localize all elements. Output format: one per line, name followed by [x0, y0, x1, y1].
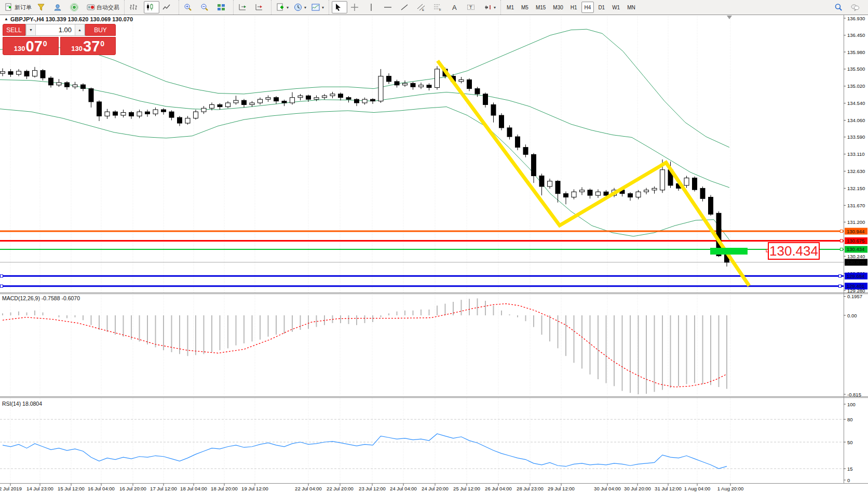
candle-body	[194, 112, 198, 118]
toolbar-button-zoom-out[interactable]	[198, 1, 214, 14]
timeframe-button-M15[interactable]: M15	[533, 2, 549, 13]
chart-canvas[interactable]: 130.434MACD(12,26,9) -0.7588 -0.6070RSI(…	[0, 0, 868, 493]
candle-body	[355, 99, 359, 103]
toolbar-button-channel[interactable]: E	[415, 1, 430, 14]
dropdown-caret-icon[interactable]: ▾	[287, 5, 289, 10]
sell-price-button[interactable]: 130 07 0	[3, 37, 59, 55]
toolbar-group-objects: ▾▾▾	[271, 0, 329, 15]
timeframe-button-H4[interactable]: H4	[581, 2, 594, 13]
toolbar-button-text[interactable]: A	[448, 1, 464, 14]
buy-button[interactable]: BUY	[85, 24, 116, 36]
dropdown-caret-icon[interactable]: ▾	[304, 5, 306, 10]
timeframe-button-MN[interactable]: MN	[624, 2, 639, 13]
time-tick: 31 Jul 12:00	[655, 486, 682, 491]
toolbar-button-vline[interactable]	[365, 1, 381, 14]
timeframe-button-M1[interactable]: M1	[504, 2, 517, 13]
time-tick: 16 Jul 04:00	[88, 486, 115, 491]
volume-down-icon[interactable]: ▼	[26, 24, 36, 35]
toolbar-button-crosshair[interactable]	[348, 1, 364, 14]
line-handle[interactable]	[1, 285, 3, 287]
volume-stepper: ▼ 1.00 ▲	[25, 24, 85, 36]
dropdown-caret-icon[interactable]: ▾	[322, 5, 324, 10]
candle-body	[491, 104, 496, 115]
buy-price-button[interactable]: 130 37 0	[60, 37, 116, 55]
time-axis[interactable]: 2 Jul 201914 Jul 23:0015 Jul 12:0016 Jul…	[0, 484, 743, 491]
toolbar-button-autotrade[interactable]: 自动交易	[85, 1, 121, 14]
toolbar-button-line-chart[interactable]	[160, 1, 176, 14]
toolbar-button-candles[interactable]	[144, 1, 159, 14]
timeframe-button-M5[interactable]: M5	[518, 2, 532, 13]
timeframe-button-D1[interactable]: D1	[595, 2, 608, 13]
line-handle[interactable]	[840, 248, 843, 250]
time-tick: 15 Jul 12:00	[58, 486, 85, 491]
candle-body	[660, 170, 665, 190]
one-click-trade-panel: SELL ▼ 1.00 ▲ BUY 130 07 0 130 37 0	[3, 24, 116, 55]
toolbar-button-trendline[interactable]	[398, 1, 414, 14]
price-tag-text: 130.434	[847, 246, 864, 252]
candle-body	[604, 192, 608, 195]
toolbar-button-template[interactable]: ▾	[274, 1, 291, 14]
toolbar-button-tile-windows[interactable]	[215, 1, 230, 14]
candle-body	[700, 188, 705, 198]
price-tick: 133.590	[847, 134, 865, 140]
price-axis[interactable]: 136.930136.450135.980135.500135.020134.5…	[844, 16, 867, 483]
toolbar-button-profile[interactable]	[51, 1, 67, 14]
volume-up-icon[interactable]: ▲	[75, 24, 85, 35]
collapse-marker-icon[interactable]: ▲	[4, 17, 8, 21]
price-callout-text: 130.434	[769, 243, 818, 259]
toolbar-button-period[interactable]: ▾	[292, 1, 308, 14]
price-tick: 134.540	[847, 100, 865, 106]
toolbar-group-timeframes: M1M5M15M30H1H4D1W1MN	[500, 0, 641, 15]
timeframe-button-M30[interactable]: M30	[550, 2, 566, 13]
price-tick: 135.500	[847, 66, 865, 72]
line-handle[interactable]	[1, 275, 3, 277]
line-handle[interactable]	[839, 275, 842, 277]
toolbar-button-zoom-in[interactable]	[182, 1, 197, 14]
candle-body	[105, 112, 110, 116]
buy-price-big: 37	[83, 39, 100, 54]
candle-body	[8, 72, 13, 74]
line-chart-icon	[162, 3, 171, 11]
chart-shift-marker-icon[interactable]	[727, 16, 732, 19]
line-handle[interactable]	[840, 230, 843, 233]
toolbar-button-indicators[interactable]: ▾	[309, 1, 326, 14]
time-tick: 1 Aug 04:00	[684, 486, 711, 491]
toolbar-button-scroll-end[interactable]	[236, 1, 252, 14]
volume-input[interactable]: 1.00	[36, 24, 75, 35]
toolbar-button-search[interactable]	[832, 1, 848, 14]
line-handle[interactable]	[840, 239, 843, 242]
candle-body	[467, 79, 472, 88]
candle-body	[435, 69, 440, 88]
toolbar-button-signal[interactable]	[68, 1, 84, 14]
toolbar-button-hline[interactable]	[382, 1, 397, 14]
toolbar-button-bars[interactable]	[127, 1, 143, 14]
bollinger-bands	[0, 29, 729, 240]
rsi-line	[3, 434, 727, 469]
dropdown-caret-icon[interactable]: ▾	[494, 5, 496, 10]
channel-icon: E	[417, 3, 425, 11]
toolbar-button-chat[interactable]	[849, 1, 864, 14]
toolbar-button-fibo[interactable]: F	[431, 1, 447, 14]
toolbar-button-cursor[interactable]	[332, 1, 347, 14]
rsi-label: RSI(14) 18.0804	[2, 401, 42, 407]
entry-highlight-rect[interactable]	[710, 248, 748, 255]
price-tick: 136.930	[847, 16, 865, 21]
candle-body	[395, 82, 399, 85]
line-handle[interactable]	[839, 285, 842, 287]
timeframe-button-W1[interactable]: W1	[609, 2, 623, 13]
time-tick: 23 Jul 12:00	[359, 486, 386, 491]
toolbar-button-label[interactable]: T	[465, 1, 480, 14]
candle-body	[548, 181, 552, 186]
sell-price-big: 07	[26, 39, 43, 54]
price-tick: 134.060	[847, 117, 865, 123]
candle-body	[371, 99, 375, 101]
candle-body	[588, 190, 592, 195]
timeframe-button-H1[interactable]: H1	[567, 2, 580, 13]
candle-body	[330, 94, 335, 96]
toolbar-button-arrows[interactable]: ▾	[481, 1, 498, 14]
sell-button[interactable]: SELL	[3, 24, 25, 36]
toolbar-button-new-order[interactable]: 新订单	[3, 1, 34, 14]
toolbar-button-funnel[interactable]	[35, 1, 50, 14]
toolbar-button-chart-shift[interactable]	[253, 1, 268, 14]
zoom-out-icon	[200, 3, 209, 11]
